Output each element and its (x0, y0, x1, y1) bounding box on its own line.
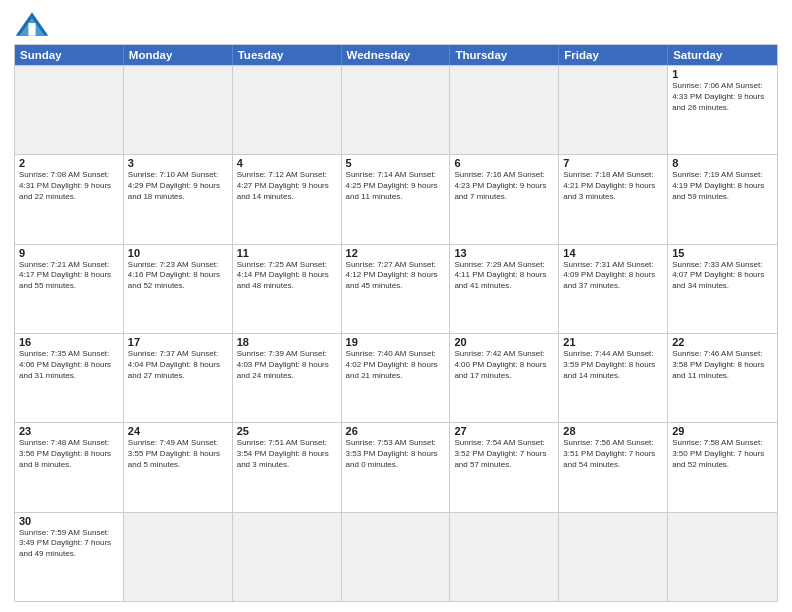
day-number: 12 (346, 247, 446, 259)
day-info: Sunrise: 7:42 AM Sunset: 4:00 PM Dayligh… (454, 349, 554, 381)
day-number: 18 (237, 336, 337, 348)
day-cell-25: 25Sunrise: 7:51 AM Sunset: 3:54 PM Dayli… (233, 423, 342, 511)
day-info: Sunrise: 7:53 AM Sunset: 3:53 PM Dayligh… (346, 438, 446, 470)
day-info: Sunrise: 7:06 AM Sunset: 4:33 PM Dayligh… (672, 81, 773, 113)
header-day-tuesday: Tuesday (233, 45, 342, 65)
calendar: SundayMondayTuesdayWednesdayThursdayFrid… (14, 44, 778, 602)
week-row-3: 16Sunrise: 7:35 AM Sunset: 4:06 PM Dayli… (15, 333, 777, 422)
day-info: Sunrise: 7:16 AM Sunset: 4:23 PM Dayligh… (454, 170, 554, 202)
day-info: Sunrise: 7:58 AM Sunset: 3:50 PM Dayligh… (672, 438, 773, 470)
header-day-wednesday: Wednesday (342, 45, 451, 65)
day-number: 25 (237, 425, 337, 437)
empty-cell (342, 513, 451, 601)
day-number: 2 (19, 157, 119, 169)
page: SundayMondayTuesdayWednesdayThursdayFrid… (0, 0, 792, 612)
day-number: 26 (346, 425, 446, 437)
day-info: Sunrise: 7:14 AM Sunset: 4:25 PM Dayligh… (346, 170, 446, 202)
day-number: 10 (128, 247, 228, 259)
calendar-header: SundayMondayTuesdayWednesdayThursdayFrid… (15, 45, 777, 65)
empty-cell (15, 66, 124, 154)
day-info: Sunrise: 7:39 AM Sunset: 4:03 PM Dayligh… (237, 349, 337, 381)
empty-cell (450, 513, 559, 601)
empty-cell (668, 513, 777, 601)
day-cell-22: 22Sunrise: 7:46 AM Sunset: 3:58 PM Dayli… (668, 334, 777, 422)
header (14, 10, 778, 38)
day-number: 16 (19, 336, 119, 348)
logo-icon (14, 10, 50, 38)
empty-cell (124, 513, 233, 601)
day-info: Sunrise: 7:59 AM Sunset: 3:49 PM Dayligh… (19, 528, 119, 560)
day-number: 30 (19, 515, 119, 527)
day-info: Sunrise: 7:54 AM Sunset: 3:52 PM Dayligh… (454, 438, 554, 470)
day-info: Sunrise: 7:08 AM Sunset: 4:31 PM Dayligh… (19, 170, 119, 202)
day-cell-20: 20Sunrise: 7:42 AM Sunset: 4:00 PM Dayli… (450, 334, 559, 422)
day-cell-23: 23Sunrise: 7:48 AM Sunset: 3:56 PM Dayli… (15, 423, 124, 511)
day-info: Sunrise: 7:49 AM Sunset: 3:55 PM Dayligh… (128, 438, 228, 470)
day-cell-3: 3Sunrise: 7:10 AM Sunset: 4:29 PM Daylig… (124, 155, 233, 243)
header-day-sunday: Sunday (15, 45, 124, 65)
day-cell-13: 13Sunrise: 7:29 AM Sunset: 4:11 PM Dayli… (450, 245, 559, 333)
calendar-body: 1Sunrise: 7:06 AM Sunset: 4:33 PM Daylig… (15, 65, 777, 601)
day-cell-17: 17Sunrise: 7:37 AM Sunset: 4:04 PM Dayli… (124, 334, 233, 422)
week-row-2: 9Sunrise: 7:21 AM Sunset: 4:17 PM Daylig… (15, 244, 777, 333)
day-cell-18: 18Sunrise: 7:39 AM Sunset: 4:03 PM Dayli… (233, 334, 342, 422)
day-number: 22 (672, 336, 773, 348)
empty-cell (233, 513, 342, 601)
day-info: Sunrise: 7:27 AM Sunset: 4:12 PM Dayligh… (346, 260, 446, 292)
day-info: Sunrise: 7:19 AM Sunset: 4:19 PM Dayligh… (672, 170, 773, 202)
day-info: Sunrise: 7:40 AM Sunset: 4:02 PM Dayligh… (346, 349, 446, 381)
empty-cell (450, 66, 559, 154)
day-info: Sunrise: 7:29 AM Sunset: 4:11 PM Dayligh… (454, 260, 554, 292)
day-cell-26: 26Sunrise: 7:53 AM Sunset: 3:53 PM Dayli… (342, 423, 451, 511)
day-number: 20 (454, 336, 554, 348)
day-cell-15: 15Sunrise: 7:33 AM Sunset: 4:07 PM Dayli… (668, 245, 777, 333)
day-cell-29: 29Sunrise: 7:58 AM Sunset: 3:50 PM Dayli… (668, 423, 777, 511)
day-cell-9: 9Sunrise: 7:21 AM Sunset: 4:17 PM Daylig… (15, 245, 124, 333)
day-info: Sunrise: 7:37 AM Sunset: 4:04 PM Dayligh… (128, 349, 228, 381)
day-cell-16: 16Sunrise: 7:35 AM Sunset: 4:06 PM Dayli… (15, 334, 124, 422)
day-info: Sunrise: 7:51 AM Sunset: 3:54 PM Dayligh… (237, 438, 337, 470)
header-day-saturday: Saturday (668, 45, 777, 65)
day-number: 9 (19, 247, 119, 259)
day-number: 19 (346, 336, 446, 348)
day-number: 3 (128, 157, 228, 169)
day-number: 21 (563, 336, 663, 348)
day-info: Sunrise: 7:48 AM Sunset: 3:56 PM Dayligh… (19, 438, 119, 470)
empty-cell (559, 513, 668, 601)
day-cell-30: 30Sunrise: 7:59 AM Sunset: 3:49 PM Dayli… (15, 513, 124, 601)
day-cell-4: 4Sunrise: 7:12 AM Sunset: 4:27 PM Daylig… (233, 155, 342, 243)
logo (14, 10, 54, 38)
day-info: Sunrise: 7:25 AM Sunset: 4:14 PM Dayligh… (237, 260, 337, 292)
day-cell-1: 1Sunrise: 7:06 AM Sunset: 4:33 PM Daylig… (668, 66, 777, 154)
day-info: Sunrise: 7:31 AM Sunset: 4:09 PM Dayligh… (563, 260, 663, 292)
day-cell-19: 19Sunrise: 7:40 AM Sunset: 4:02 PM Dayli… (342, 334, 451, 422)
day-cell-12: 12Sunrise: 7:27 AM Sunset: 4:12 PM Dayli… (342, 245, 451, 333)
day-info: Sunrise: 7:33 AM Sunset: 4:07 PM Dayligh… (672, 260, 773, 292)
day-info: Sunrise: 7:44 AM Sunset: 3:59 PM Dayligh… (563, 349, 663, 381)
day-info: Sunrise: 7:10 AM Sunset: 4:29 PM Dayligh… (128, 170, 228, 202)
header-day-thursday: Thursday (450, 45, 559, 65)
day-info: Sunrise: 7:18 AM Sunset: 4:21 PM Dayligh… (563, 170, 663, 202)
day-number: 7 (563, 157, 663, 169)
empty-cell (559, 66, 668, 154)
day-cell-24: 24Sunrise: 7:49 AM Sunset: 3:55 PM Dayli… (124, 423, 233, 511)
empty-cell (124, 66, 233, 154)
day-number: 6 (454, 157, 554, 169)
week-row-1: 2Sunrise: 7:08 AM Sunset: 4:31 PM Daylig… (15, 154, 777, 243)
week-row-0: 1Sunrise: 7:06 AM Sunset: 4:33 PM Daylig… (15, 65, 777, 154)
header-day-friday: Friday (559, 45, 668, 65)
day-cell-7: 7Sunrise: 7:18 AM Sunset: 4:21 PM Daylig… (559, 155, 668, 243)
day-number: 27 (454, 425, 554, 437)
day-number: 28 (563, 425, 663, 437)
day-cell-11: 11Sunrise: 7:25 AM Sunset: 4:14 PM Dayli… (233, 245, 342, 333)
day-cell-2: 2Sunrise: 7:08 AM Sunset: 4:31 PM Daylig… (15, 155, 124, 243)
day-number: 1 (672, 68, 773, 80)
week-row-4: 23Sunrise: 7:48 AM Sunset: 3:56 PM Dayli… (15, 422, 777, 511)
svg-rect-2 (28, 23, 35, 36)
day-number: 23 (19, 425, 119, 437)
day-number: 5 (346, 157, 446, 169)
day-number: 15 (672, 247, 773, 259)
day-number: 24 (128, 425, 228, 437)
day-number: 4 (237, 157, 337, 169)
day-info: Sunrise: 7:56 AM Sunset: 3:51 PM Dayligh… (563, 438, 663, 470)
